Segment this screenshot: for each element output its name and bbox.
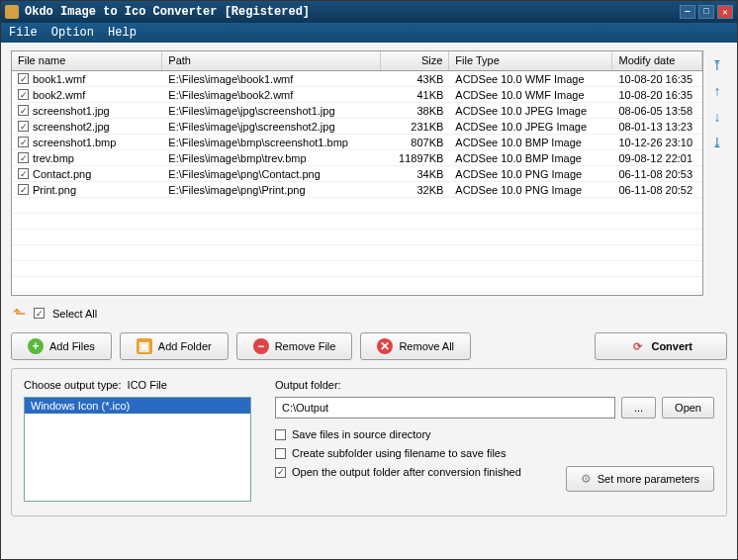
- cell-modifydate: 06-11-08 20:53: [612, 168, 702, 180]
- cell-path: E:\Files\image\bmp\trev.bmp: [162, 152, 381, 164]
- col-size[interactable]: Size: [381, 51, 449, 70]
- cell-path: E:\Files\image\jpg\screenshot2.jpg: [162, 121, 381, 133]
- cell-size: 11897KB: [381, 152, 449, 164]
- app-window: Okdo Image to Ico Converter [Registered]…: [0, 0, 738, 560]
- save-source-label: Save files in source directory: [292, 428, 431, 440]
- cell-path: E:\Files\image\book2.wmf: [162, 89, 381, 101]
- cell-filetype: ACDSee 10.0 PNG Image: [449, 168, 612, 180]
- table-row[interactable]: ✓book1.wmfE:\Files\image\book1.wmf43KBAC…: [12, 71, 702, 87]
- cell-size: 231KB: [381, 121, 449, 133]
- output-folder-input[interactable]: [275, 397, 615, 419]
- row-checkbox[interactable]: ✓: [18, 89, 29, 100]
- create-subfolder-label: Create subfolder using filename to save …: [292, 447, 506, 459]
- cell-filetype: ACDSee 10.0 PNG Image: [449, 184, 612, 196]
- cell-filename: Print.png: [33, 184, 76, 196]
- output-folder-label: Output folder:: [275, 379, 714, 391]
- move-bottom-button[interactable]: ⤓: [708, 134, 726, 151]
- row-checkbox[interactable]: ✓: [18, 184, 29, 195]
- cell-filename: screenshot1.jpg: [33, 105, 110, 117]
- move-up-button[interactable]: ↑: [708, 82, 726, 100]
- convert-button[interactable]: ⟳Convert: [595, 332, 727, 360]
- output-type-label: Choose output type:: [24, 379, 121, 391]
- table-row[interactable]: ✓Print.pngE:\Files\image\png\Print.png32…: [12, 182, 702, 198]
- table-row[interactable]: ✓screenshot1.bmpE:\Files\image\bmp\scree…: [12, 135, 702, 150]
- cell-filetype: ACDSee 10.0 WMF Image: [449, 89, 612, 101]
- output-type-list[interactable]: Windows Icon (*.ico): [24, 397, 251, 502]
- cell-filename: Contact.png: [33, 168, 91, 180]
- move-down-button[interactable]: ↓: [708, 108, 726, 126]
- plus-icon: +: [28, 338, 44, 354]
- browse-button[interactable]: ...: [621, 397, 656, 419]
- cell-filename: book2.wmf: [33, 89, 85, 101]
- save-source-checkbox[interactable]: [275, 429, 286, 440]
- table-row[interactable]: ✓trev.bmpE:\Files\image\bmp\trev.bmp1189…: [12, 150, 702, 166]
- select-all-label: Select All: [52, 308, 97, 320]
- titlebar: Okdo Image to Ico Converter [Registered]…: [1, 1, 737, 23]
- table-row[interactable]: ✓screenshot2.jpgE:\Files\image\jpg\scree…: [12, 119, 702, 135]
- cell-size: 34KB: [381, 168, 449, 180]
- file-table: File name Path Size File Type Modify dat…: [11, 50, 703, 296]
- menubar: File Option Help: [1, 23, 737, 43]
- folder-icon: ▣: [137, 338, 152, 354]
- row-checkbox[interactable]: ✓: [18, 73, 29, 84]
- cell-filename: book1.wmf: [33, 73, 85, 85]
- gear-icon: ⚙: [581, 472, 592, 486]
- cell-filename: screenshot2.jpg: [33, 121, 110, 133]
- cell-size: 41KB: [381, 89, 449, 101]
- select-all-checkbox[interactable]: ✓: [34, 308, 45, 319]
- col-modifydate[interactable]: Modify date: [612, 51, 702, 70]
- open-after-label: Open the output folder after conversion …: [292, 466, 521, 478]
- open-after-checkbox[interactable]: ✓: [275, 467, 286, 478]
- maximize-button[interactable]: □: [698, 5, 714, 19]
- table-row[interactable]: ✓screenshot1.jpgE:\Files\image\jpg\scree…: [12, 103, 702, 119]
- window-title: Okdo Image to Ico Converter [Registered]: [25, 5, 680, 19]
- cell-filetype: ACDSee 10.0 BMP Image: [449, 137, 612, 148]
- row-checkbox[interactable]: ✓: [18, 137, 29, 147]
- add-files-button[interactable]: +Add Files: [11, 332, 112, 360]
- open-folder-button[interactable]: Open: [662, 397, 714, 419]
- row-checkbox[interactable]: ✓: [18, 152, 29, 163]
- cell-modifydate: 10-12-26 23:10: [612, 137, 702, 148]
- col-filetype[interactable]: File Type: [449, 51, 612, 70]
- menu-help[interactable]: Help: [108, 26, 137, 40]
- move-top-button[interactable]: ⤒: [708, 56, 726, 74]
- row-checkbox[interactable]: ✓: [18, 121, 29, 132]
- cell-size: 43KB: [381, 73, 449, 85]
- cell-modifydate: 06-11-08 20:52: [612, 184, 702, 196]
- set-more-parameters-button[interactable]: ⚙Set more parameters: [566, 466, 714, 492]
- create-subfolder-checkbox[interactable]: [275, 448, 286, 459]
- settings-panel: Choose output type: ICO File Windows Ico…: [11, 368, 727, 516]
- remove-file-button[interactable]: −Remove File: [236, 332, 353, 360]
- cell-path: E:\Files\image\bmp\screenshot1.bmp: [162, 137, 381, 148]
- minimize-button[interactable]: —: [680, 5, 695, 19]
- minus-icon: −: [253, 338, 269, 354]
- table-row[interactable]: ✓book2.wmfE:\Files\image\book2.wmf41KBAC…: [12, 87, 702, 103]
- cell-modifydate: 08-06-05 13:58: [612, 105, 702, 117]
- x-icon: ✕: [377, 338, 393, 354]
- table-row[interactable]: ✓Contact.pngE:\Files\image\png\Contact.p…: [12, 166, 702, 182]
- cell-filetype: ACDSee 10.0 JPEG Image: [449, 121, 612, 133]
- app-icon: [5, 5, 19, 19]
- row-checkbox[interactable]: ✓: [18, 168, 29, 179]
- col-filename[interactable]: File name: [12, 51, 162, 70]
- cell-path: E:\Files\image\book1.wmf: [162, 73, 381, 85]
- cell-size: 32KB: [381, 184, 449, 196]
- cell-filetype: ACDSee 10.0 BMP Image: [449, 152, 612, 164]
- cell-path: E:\Files\image\jpg\screenshot1.jpg: [162, 105, 381, 117]
- output-type-item[interactable]: Windows Icon (*.ico): [25, 398, 250, 414]
- cell-filename: screenshot1.bmp: [33, 137, 116, 148]
- add-folder-button[interactable]: ▣Add Folder: [120, 332, 229, 360]
- cell-filetype: ACDSee 10.0 JPEG Image: [449, 105, 612, 117]
- cell-modifydate: 09-08-12 22:01: [612, 152, 702, 164]
- up-level-icon[interactable]: ⬑: [13, 304, 26, 323]
- cell-size: 807KB: [381, 137, 449, 148]
- close-button[interactable]: ✕: [717, 5, 733, 19]
- menu-option[interactable]: Option: [51, 26, 94, 40]
- col-path[interactable]: Path: [162, 51, 381, 70]
- menu-file[interactable]: File: [9, 26, 38, 40]
- row-checkbox[interactable]: ✓: [18, 105, 29, 116]
- cell-path: E:\Files\image\png\Print.png: [162, 184, 381, 196]
- cell-filetype: ACDSee 10.0 WMF Image: [449, 73, 612, 85]
- cell-path: E:\Files\image\png\Contact.png: [162, 168, 381, 180]
- remove-all-button[interactable]: ✕Remove All: [360, 332, 471, 360]
